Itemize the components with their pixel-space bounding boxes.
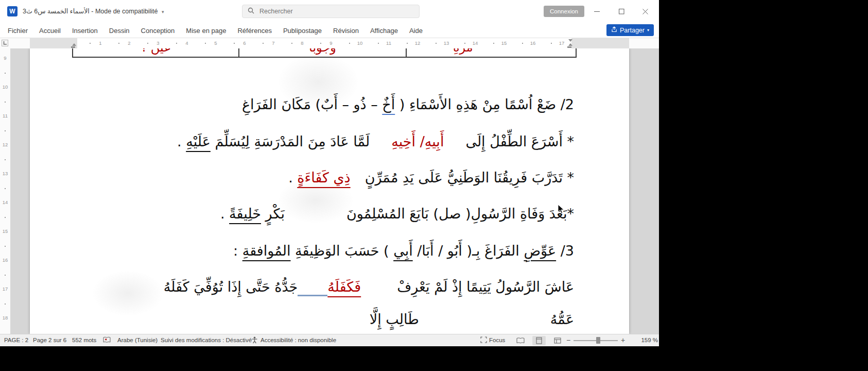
tab-insertion[interactable]: Insertion xyxy=(66,27,103,35)
underlined-word: خَلِيفَةً xyxy=(229,206,261,222)
zoom-out-button[interactable]: − xyxy=(566,334,570,346)
zoom-level[interactable]: 159 % xyxy=(634,334,658,346)
tab-stop-selector[interactable] xyxy=(2,40,8,46)
zoom-slider-thumb[interactable] xyxy=(596,337,600,344)
ribbon-tab-row: Fichier Accueil Insertion Dessin Concept… xyxy=(0,23,659,38)
document-page[interactable]: عَيِّنْ ؟ وُجُوبًا مَرَّةِ 2/ ضَعْ اُسْم… xyxy=(30,48,629,334)
signin-button[interactable]: Connexion xyxy=(544,6,584,17)
web-layout-icon xyxy=(554,338,561,344)
proofing-status-icon[interactable] xyxy=(103,336,111,345)
ruler-tick-dots xyxy=(5,73,6,318)
text-segment: 2/ ضَعْ اُسْمًا مِنْ هَذِهِ الأَسْمَاءِ … xyxy=(395,96,574,112)
doc-line-item-1[interactable]: * أَسْرَعَ الطِّفْلُ إِلَىأَبِيهِ/ أَخِي… xyxy=(177,127,574,157)
text-segment: *بَعْدَ وَفَاةِ الرَّسُولِ( صل) بَايَعَ … xyxy=(346,206,574,222)
track-changes-status[interactable]: Suivi des modifications : Désactivé xyxy=(161,334,252,346)
right-indent-marker-base[interactable] xyxy=(567,46,571,48)
doc-line-item-3[interactable]: *بَعْدَ وَفَاةِ الرَّسُولِ( صل) بَايَعَ … xyxy=(220,199,574,229)
accessibility-status[interactable]: Accessibilité : non disponible xyxy=(261,334,336,346)
ruler-number: 18 xyxy=(0,314,10,322)
search-box[interactable] xyxy=(242,5,420,18)
chevron-down-icon[interactable]: ▾ xyxy=(162,9,164,14)
status-bar: PAGE : 2 Page 2 sur 6 552 mots Arabe (Tu… xyxy=(0,334,659,346)
tab-accueil[interactable]: Accueil xyxy=(33,27,66,35)
page-number-label[interactable]: PAGE : 2 xyxy=(4,334,28,346)
word-count[interactable]: 552 mots xyxy=(72,334,96,346)
share-button[interactable]: Partager ▾ xyxy=(606,24,654,36)
text-segment: بَكْرٍ xyxy=(261,206,285,222)
text-segment: جَدُّهُ حَتَّى إِذَا تُوُفِّيَ كَفَلَهُ xyxy=(164,279,298,295)
first-line-indent-marker[interactable] xyxy=(568,39,572,42)
language-status[interactable]: Arabe (Tunisie) xyxy=(117,334,158,346)
doc-line-verse-2[interactable]: عَمُّهُطَالِبٍ إِلَّا xyxy=(370,305,574,334)
ruler-number: 13 xyxy=(0,170,10,177)
right-indent-marker[interactable] xyxy=(568,43,572,46)
table-cell-text: وُجُوبًا xyxy=(239,48,406,55)
ruler-number: 6 xyxy=(240,38,249,48)
document-title: الأسماء الخمسة س6 ث3 xyxy=(23,8,90,15)
text-segment: طَالِبٍ إِلَّا xyxy=(370,311,419,327)
minimize-icon xyxy=(594,9,600,14)
title-bar: W الأسماء الخمسة س6 ث3 - Mode de compati… xyxy=(0,0,659,23)
answer-red-underlined: ذِي كَفَاءَةٍ xyxy=(297,170,350,185)
share-button-label: Partager xyxy=(620,27,645,34)
left-indent-marker-base[interactable] xyxy=(71,46,75,48)
ruler-number: 16 xyxy=(529,38,537,48)
ruler-number: 9 xyxy=(327,38,335,48)
web-layout-button[interactable] xyxy=(551,336,564,345)
underlined-word: أَبِي xyxy=(393,243,413,259)
table-cell: مَرَّةِ xyxy=(407,48,577,58)
doc-line-verse-1[interactable]: عَاشَ الرَّسُولُ يَتِيمًا إِذْ لَمْ يَعْ… xyxy=(164,272,574,302)
tab-revision[interactable]: Révision xyxy=(327,27,364,35)
vertical-ruler[interactable]: 9 10 11 12 13 14 15 16 17 18 xyxy=(0,48,10,334)
text-segment: * تَدَرَّبَ فَرِيقُنَا الوَطَنِيُّ عَلَى… xyxy=(365,170,574,185)
tab-references[interactable]: Références xyxy=(232,27,277,35)
ruler-number: 10 xyxy=(0,83,10,91)
watermark-smudge xyxy=(92,270,164,316)
left-indent-marker[interactable] xyxy=(72,43,76,46)
text-segment: 3/ xyxy=(556,243,574,259)
zoom-slider[interactable] xyxy=(574,340,618,341)
search-input[interactable] xyxy=(258,7,394,15)
minimize-button[interactable] xyxy=(587,0,606,23)
window-title: الأسماء الخمسة س6 ث3 - Mode de compatibi… xyxy=(23,0,164,23)
doc-line-exercise-3[interactable]: 3/ عَوِّضِ الفَرَاغَ بِـ( أَبُو / أَبَا/… xyxy=(233,236,574,266)
text-segment: . xyxy=(177,133,186,149)
maximize-icon xyxy=(619,9,624,14)
underlined-word: أَخٌ xyxy=(382,96,395,112)
text-segment: عَمُّهُ xyxy=(550,311,574,327)
desktop-background: W الأسماء الخمسة س6 ث3 - Mode de compati… xyxy=(0,0,868,371)
page-info[interactable]: Page 2 sur 6 xyxy=(33,334,66,346)
read-mode-icon xyxy=(516,338,525,344)
word-logo-icon: W xyxy=(7,6,18,16)
tab-aide[interactable]: Aide xyxy=(404,27,428,35)
tab-publipostage[interactable]: Publipostage xyxy=(277,27,327,35)
doc-line-exercise-2[interactable]: 2/ ضَعْ اُسْمًا مِنْ هَذِهِ الأَسْمَاءِ … xyxy=(242,90,574,120)
text-segment: . xyxy=(220,206,229,222)
tab-affichage[interactable]: Affichage xyxy=(364,27,404,35)
answer-blank-line xyxy=(298,295,327,296)
read-mode-button[interactable] xyxy=(514,336,527,345)
accessibility-icon xyxy=(251,336,258,345)
tab-mise-en-page[interactable]: Mise en page xyxy=(180,27,232,35)
tab-dessin[interactable]: Dessin xyxy=(103,27,135,35)
ruler-number: 14 xyxy=(0,199,10,206)
doc-line-item-2[interactable]: * تَدَرَّبَ فَرِيقُنَا الوَطَنِيُّ عَلَى… xyxy=(288,163,574,193)
ruler-number: 5 xyxy=(212,38,220,48)
ruler-number: 10 xyxy=(356,38,364,48)
ruler-number: 14 xyxy=(471,38,479,48)
horizontal-ruler[interactable]: 1 2 3 4 5 6 7 8 9 10 11 12 13 14 15 16 1… xyxy=(0,38,659,48)
word-window: W الأسماء الخمسة س6 ث3 - Mode de compati… xyxy=(0,0,659,346)
close-button[interactable] xyxy=(635,0,655,23)
focus-toggle[interactable]: Focus xyxy=(489,334,505,346)
tab-conception[interactable]: Conception xyxy=(135,27,181,35)
ribbon-tabs: Fichier Accueil Insertion Dessin Concept… xyxy=(2,23,428,38)
answer-red-underlined: فَكَفَلَهُ xyxy=(327,279,361,295)
maximize-button[interactable] xyxy=(612,0,631,23)
zoom-in-button[interactable]: + xyxy=(621,334,625,346)
ruler-number: 12 xyxy=(413,38,422,48)
table-cell-text: عَيِّنْ ؟ xyxy=(73,48,238,55)
text-segment: – ذُو – أَبٌ) مَكَانَ الفَرَاغِ xyxy=(242,96,382,112)
print-layout-button[interactable] xyxy=(532,336,546,345)
focus-icon xyxy=(480,336,487,344)
tab-fichier[interactable]: Fichier xyxy=(2,27,33,35)
